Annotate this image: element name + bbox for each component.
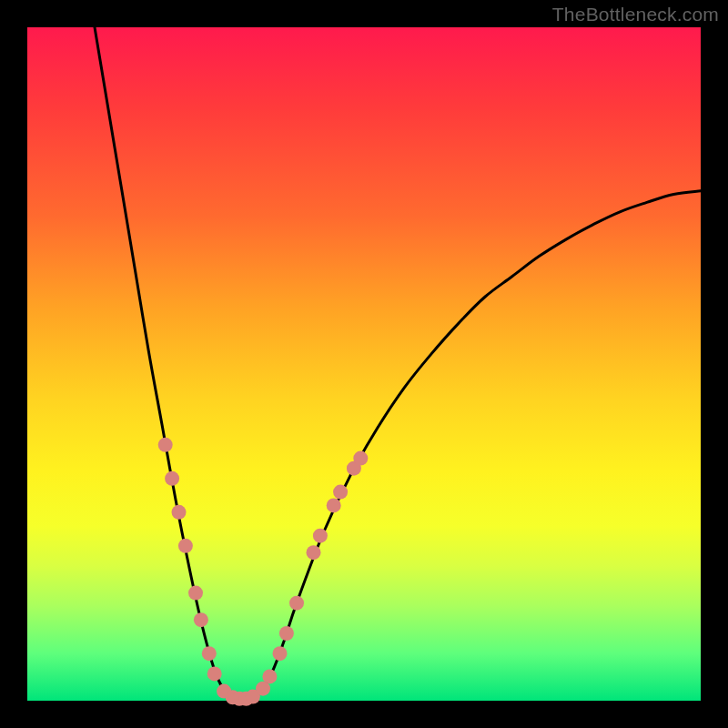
chart-frame: TheBottleneck.com: [0, 0, 728, 728]
data-marker: [327, 498, 341, 512]
watermark-text: TheBottleneck.com: [552, 4, 719, 25]
data-marker: [333, 485, 348, 500]
curve-layer: [27, 27, 701, 701]
data-marker: [289, 596, 304, 611]
data-marker: [165, 471, 179, 486]
data-marker: [307, 545, 321, 560]
data-marker: [313, 529, 328, 543]
data-marker: [158, 438, 173, 452]
data-marker: [194, 612, 208, 627]
data-marker: [178, 539, 193, 553]
data-marker: [172, 505, 187, 520]
data-marker: [353, 451, 368, 466]
data-marker: [273, 646, 288, 661]
data-marker: [207, 666, 222, 681]
bottleneck-curve: [95, 27, 701, 700]
data-marker: [188, 586, 203, 601]
data-marker: [262, 669, 277, 683]
data-marker: [202, 646, 217, 661]
data-marker: [279, 626, 294, 641]
plot-area: [27, 27, 701, 701]
